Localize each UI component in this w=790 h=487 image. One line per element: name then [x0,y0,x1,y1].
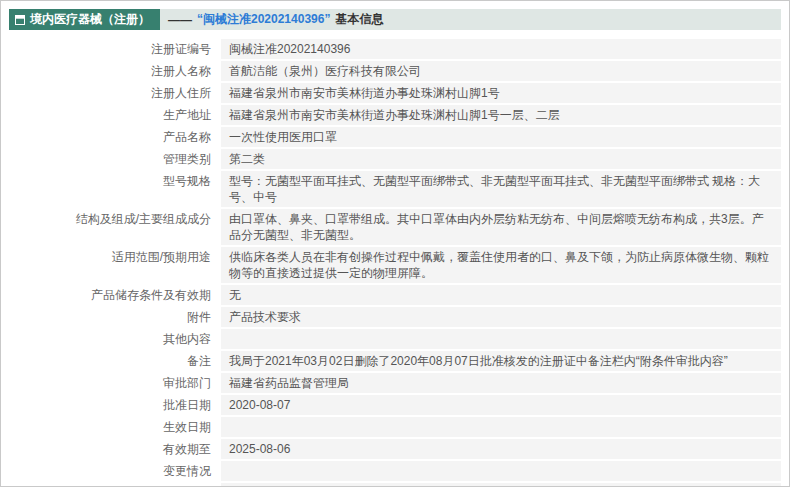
registration-info-table: 注册证编号闽械注准20202140396注册人名称首航洁能（泉州）医疗科技有限公… [9,39,781,487]
row-value [221,461,781,481]
registration-info-page: 境内医疗器械（注册） —— “闽械注准20202140396” 基本信息 注册证… [0,0,790,487]
row-value: 福建省泉州市南安市美林街道办事处珠渊村山脚1号 [221,83,781,103]
row-value: 详情 [221,483,781,487]
table-row: 结构及组成/主要组成成分由口罩体、鼻夹、口罩带组成。其中口罩体由内外层纺粘无纺布… [9,209,781,245]
row-label: 管理类别 [9,149,221,169]
table-row: 生产地址福建省泉州市南安市美林街道办事处珠渊村山脚1号一层、二层 [9,105,781,125]
registration-type-label: 境内医疗器械（注册） [30,11,150,28]
row-value: 闽械注准20202140396 [221,39,781,59]
row-value: 型号：无菌型平面耳挂式、无菌型平面绑带式、非无菌型平面耳挂式、非无菌型平面绑带式… [221,171,781,207]
row-label: 适用范围/预期用途 [9,247,221,283]
title-suffix: 基本信息 [335,11,383,28]
row-value [221,329,781,349]
row-value: 产品技术要求 [221,307,781,327]
row-value [221,417,781,437]
table-row: ●注详情 [9,483,781,487]
row-label: 产品储存条件及有效期 [9,285,221,305]
row-value: 无 [221,285,781,305]
page-header: 境内医疗器械（注册） —— “闽械注准20202140396” 基本信息 [9,9,781,30]
row-value: 2020-08-07 [221,395,781,415]
table-row: 管理类别第二类 [9,149,781,169]
row-label: 附件 [9,307,221,327]
row-label: 注册人住所 [9,83,221,103]
table-row: 产品名称一次性使用医用口罩 [9,127,781,147]
table-row: 注册人名称首航洁能（泉州）医疗科技有限公司 [9,61,781,81]
row-label: 生效日期 [9,417,221,437]
table-row: 注册人住所福建省泉州市南安市美林街道办事处珠渊村山脚1号 [9,83,781,103]
row-label: 注册证编号 [9,39,221,59]
title-separator: —— [168,13,192,27]
table-row: 备注我局于2021年03月02日删除了2020年08月07日批准核发的注册证中备… [9,351,781,371]
row-value: 第二类 [221,149,781,169]
row-label: 审批部门 [9,373,221,393]
table-row: 审批部门福建省药品监督管理局 [9,373,781,393]
table-row: 批准日期2020-08-07 [9,395,781,415]
row-label: 备注 [9,351,221,371]
title-cert-number: “闽械注准20202140396” [197,11,330,28]
table-row: 型号规格型号：无菌型平面耳挂式、无菌型平面绑带式、非无菌型平面耳挂式、非无菌型平… [9,171,781,207]
registration-type-badge: 境内医疗器械（注册） [9,9,160,30]
table-row: 适用范围/预期用途供临床各类人员在非有创操作过程中佩戴，覆盖住使用者的口、鼻及下… [9,247,781,283]
row-value: 福建省药品监督管理局 [221,373,781,393]
table-row: 其他内容 [9,329,781,349]
row-value: 一次性使用医用口罩 [221,127,781,147]
row-label: 生产地址 [9,105,221,125]
table-row: 附件产品技术要求 [9,307,781,327]
row-label: 变更情况 [9,461,221,481]
header-title-bar: —— “闽械注准20202140396” 基本信息 [160,9,781,30]
row-label: 有效期至 [9,439,221,459]
row-value: 供临床各类人员在非有创操作过程中佩戴，覆盖住使用者的口、鼻及下颌，为防止病原体微… [221,247,781,283]
row-value: 由口罩体、鼻夹、口罩带组成。其中口罩体由内外层纺粘无纺布、中间层熔喷无纺布构成，… [221,209,781,245]
row-label: 型号规格 [9,171,221,207]
row-label: 结构及组成/主要组成成分 [9,209,221,245]
row-value: 2025-08-06 [221,439,781,459]
table-row: 注册证编号闽械注准20202140396 [9,39,781,59]
row-label: 其他内容 [9,329,221,349]
row-label: 批准日期 [9,395,221,415]
window-document-icon [15,15,25,25]
row-value: 福建省泉州市南安市美林街道办事处珠渊村山脚1号一层、二层 [221,105,781,125]
table-row: 变更情况 [9,461,781,481]
row-label: 注册人名称 [9,61,221,81]
row-label: ●注 [9,483,221,487]
table-row: 产品储存条件及有效期无 [9,285,781,305]
row-value: 首航洁能（泉州）医疗科技有限公司 [221,61,781,81]
row-label: 产品名称 [9,127,221,147]
table-row: 有效期至2025-08-06 [9,439,781,459]
table-row: 生效日期 [9,417,781,437]
row-value: 我局于2021年03月02日删除了2020年08月07日批准核发的注册证中备注栏… [221,351,781,371]
